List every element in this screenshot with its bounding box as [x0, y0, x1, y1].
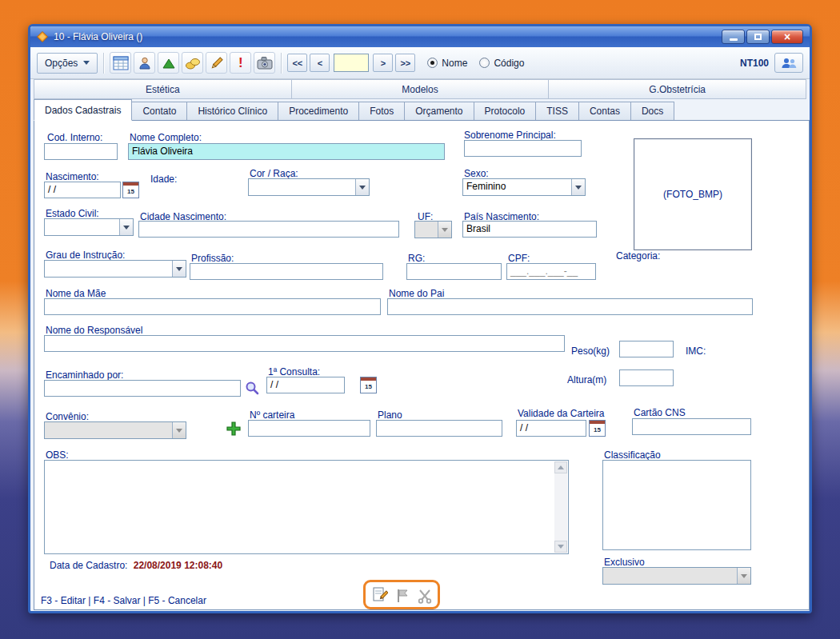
- nascimento-field[interactable]: / /: [44, 182, 121, 198]
- encaminhado-field[interactable]: [44, 380, 241, 397]
- scroll-up-icon[interactable]: [554, 461, 567, 473]
- search-by-nome-radio[interactable]: Nome: [427, 58, 467, 69]
- profissao-field[interactable]: [190, 263, 383, 280]
- grau-instrucao-combobox[interactable]: [44, 260, 186, 278]
- plano-field[interactable]: [376, 420, 502, 437]
- window-controls: [722, 30, 803, 44]
- sobrenome-field[interactable]: [464, 140, 582, 157]
- patient-button[interactable]: [134, 52, 155, 74]
- nome-completo-field[interactable]: Flávia Oliveira: [128, 143, 445, 160]
- scroll-down-icon[interactable]: [554, 541, 567, 553]
- convenio-value: [45, 422, 172, 438]
- edit-button[interactable]: [206, 52, 227, 74]
- tab-tiss[interactable]: TISS: [536, 102, 579, 121]
- tab-historico-clinico[interactable]: Histórico Clínico: [187, 102, 278, 121]
- save-record-button[interactable]: [394, 587, 411, 605]
- cancel-record-button[interactable]: [416, 587, 434, 605]
- uf-value: [415, 222, 438, 238]
- chevron-down-icon[interactable]: [172, 422, 186, 438]
- obs-label: OBS:: [46, 449, 69, 461]
- record-number-input[interactable]: [334, 54, 369, 72]
- classificacao-listbox[interactable]: [602, 460, 751, 550]
- tab-procedimento[interactable]: Procedimento: [278, 102, 359, 121]
- sort-up-button[interactable]: [158, 52, 179, 74]
- convenio-combobox[interactable]: [44, 421, 186, 439]
- options-label: Opções: [45, 58, 78, 69]
- chevron-down-icon[interactable]: [571, 179, 585, 195]
- chevron-down-icon[interactable]: [355, 179, 369, 195]
- cartao-cns-field[interactable]: [632, 418, 751, 435]
- altura-field[interactable]: [619, 369, 674, 386]
- chevron-down-icon[interactable]: [737, 568, 750, 584]
- tab-contato[interactable]: Contato: [132, 102, 187, 121]
- nav-prev-button[interactable]: <: [310, 54, 330, 72]
- flag-icon: [395, 588, 410, 604]
- grid-view-button[interactable]: [110, 52, 131, 74]
- tab-protocolo[interactable]: Protocolo: [474, 102, 537, 121]
- chevron-down-icon[interactable]: [172, 261, 186, 277]
- restore-button[interactable]: [746, 30, 770, 44]
- photo-button[interactable]: [254, 52, 275, 74]
- nome-mae-field[interactable]: [44, 298, 381, 315]
- tab-estetica[interactable]: Estética: [34, 79, 292, 99]
- chevron-down-icon[interactable]: [438, 222, 451, 238]
- tab-docs[interactable]: Docs: [631, 102, 674, 121]
- alert-button[interactable]: !: [230, 52, 251, 74]
- exclusivo-value: [603, 568, 737, 584]
- cor-raca-combobox[interactable]: [248, 178, 370, 196]
- consulta-calendar-button[interactable]: 15: [360, 377, 377, 393]
- camera-icon: [257, 56, 273, 70]
- nome-pai-field[interactable]: [387, 298, 753, 315]
- nascimento-calendar-button[interactable]: 15: [122, 182, 139, 198]
- close-button[interactable]: [771, 30, 803, 44]
- obs-scrollbar[interactable]: [554, 461, 567, 553]
- tab-fotos[interactable]: Fotos: [359, 102, 405, 121]
- peso-field[interactable]: [619, 341, 674, 357]
- tab-modelos[interactable]: Modelos: [292, 79, 550, 99]
- cartao-cns-label: Cartão CNS: [634, 407, 686, 418]
- tab-g-obstetricia[interactable]: G.Obstetrícia: [549, 79, 806, 99]
- titlebar[interactable]: 10 - Flávia Oliveira (): [30, 26, 810, 47]
- edit-record-button[interactable]: [371, 585, 389, 603]
- data-cadastro-label: Data de Cadastro:: [50, 560, 127, 571]
- chevron-down-icon[interactable]: [119, 219, 133, 235]
- photo-box[interactable]: (FOTO_BMP): [634, 138, 752, 250]
- data-cadastro: Data de Cadastro: 22/08/2019 12:08:40: [50, 560, 222, 571]
- nav-first-button[interactable]: <<: [287, 54, 307, 72]
- window-title: 10 - Flávia Oliveira (): [54, 31, 142, 42]
- idade-label: Idade:: [150, 174, 177, 185]
- pais-nascimento-field[interactable]: Brasil: [462, 221, 597, 238]
- obs-textarea[interactable]: [44, 460, 569, 554]
- rg-field[interactable]: [406, 263, 502, 280]
- uf-combobox[interactable]: [414, 221, 452, 238]
- tab-dados-cadastrais[interactable]: Dados Cadastrais: [34, 99, 132, 121]
- add-convenio-button[interactable]: [225, 420, 242, 437]
- cpf-field[interactable]: ___.___.___-__: [506, 263, 596, 280]
- nav-next-button[interactable]: >: [373, 54, 393, 72]
- sexo-combobox[interactable]: Feminino: [462, 178, 586, 196]
- n-carteira-field[interactable]: [248, 420, 370, 437]
- radio-unselected-icon: [479, 58, 490, 68]
- rg-label: RG:: [408, 253, 425, 264]
- primeira-consulta-label: 1ª Consulta:: [268, 366, 320, 377]
- exclusivo-combobox[interactable]: [602, 567, 751, 585]
- nav-last-button[interactable]: >>: [395, 54, 415, 72]
- validade-calendar-button[interactable]: 15: [589, 420, 606, 437]
- validade-carteira-field[interactable]: / /: [516, 420, 586, 437]
- tab-contas[interactable]: Contas: [579, 102, 631, 121]
- estado-civil-combobox[interactable]: [44, 218, 134, 236]
- app-diamond-icon: [37, 31, 48, 42]
- finance-button[interactable]: [182, 52, 203, 74]
- cidade-nascimento-field[interactable]: [138, 221, 399, 238]
- responsavel-field[interactable]: [44, 335, 565, 352]
- options-button[interactable]: Opções: [37, 53, 98, 74]
- chevron-down-icon: [83, 61, 90, 68]
- search-encaminhado-button[interactable]: [243, 379, 261, 397]
- minimize-button[interactable]: [722, 30, 745, 44]
- imc-label: IMC:: [686, 345, 706, 357]
- online-users-button[interactable]: [774, 53, 803, 73]
- primeira-consulta-field[interactable]: / /: [266, 377, 345, 393]
- tab-orcamento[interactable]: Orçamento: [405, 102, 474, 121]
- cod-interno-field[interactable]: [44, 143, 118, 160]
- search-by-codigo-radio[interactable]: Código: [479, 58, 524, 69]
